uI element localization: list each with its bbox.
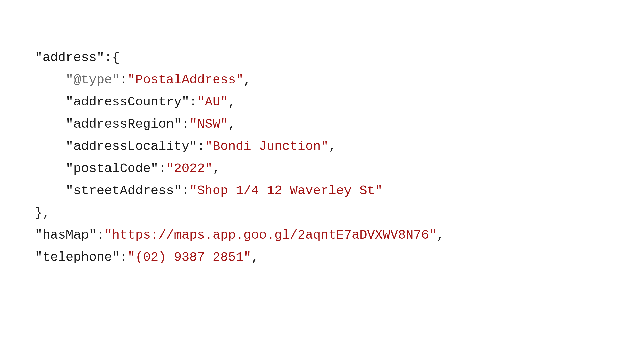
punc-comma: , — [243, 72, 251, 87]
punc-colon: : — [97, 228, 104, 242]
json-value-mapurl: "https://maps.app.goo.gl/2aqntE7aDVXWV8N… — [104, 228, 437, 242]
punc-colon: : — [182, 183, 189, 198]
json-value-au: "AU" — [197, 95, 228, 109]
code-line-2: "@type":"PostalAddress", — [35, 72, 251, 87]
code-line-6: "postalCode":"2022", — [35, 161, 220, 176]
json-value-postaladdress: "PostalAddress" — [128, 72, 243, 87]
json-key-attype: "@type" — [66, 72, 120, 87]
code-line-1: "address":{ — [35, 50, 120, 65]
json-key-addresscountry: "addressCountry" — [66, 95, 189, 109]
json-key-addressregion: "addressRegion" — [66, 117, 182, 132]
code-line-3: "addressCountry":"AU", — [35, 95, 236, 109]
json-key-streetaddress: "streetAddress" — [66, 183, 182, 198]
code-line-4: "addressRegion":"NSW", — [35, 117, 236, 132]
json-key-postalcode: "postalCode" — [66, 161, 158, 176]
json-value-street: "Shop 1/4 12 Waverley St" — [189, 183, 383, 198]
code-line-9: "hasMap":"https://maps.app.goo.gl/2aqntE… — [35, 228, 444, 242]
punc-comma: , — [213, 161, 220, 176]
code-line-8: }, — [35, 206, 50, 220]
punc-comma: , — [228, 117, 236, 132]
punc-colon: : — [189, 95, 197, 109]
punc-comma: , — [437, 228, 444, 242]
punc-colon-brace: :{ — [104, 50, 120, 65]
punc-colon: : — [158, 161, 166, 176]
code-line-10: "telephone":"(02) 9387 2851", — [35, 250, 259, 265]
json-value-2022: "2022" — [166, 161, 213, 176]
code-line-7: "streetAddress":"Shop 1/4 12 Waverley St… — [35, 183, 383, 198]
punc-colon: : — [120, 72, 128, 87]
punc-colon: : — [182, 117, 189, 132]
punc-colon: : — [120, 250, 128, 265]
json-value-bondi: "Bondi Junction" — [205, 139, 328, 154]
punc-colon: : — [197, 139, 205, 154]
code-line-5: "addressLocality":"Bondi Junction", — [35, 139, 336, 154]
punc-comma: , — [328, 139, 336, 154]
punc-comma: , — [251, 250, 259, 265]
punc-comma: , — [228, 95, 236, 109]
punc-closebrace-comma: }, — [35, 206, 50, 220]
json-code-snippet: "address":{ "@type":"PostalAddress", "ad… — [0, 0, 644, 269]
json-value-telephone: "(02) 9387 2851" — [128, 250, 251, 265]
json-key-hasmap: "hasMap" — [35, 228, 97, 242]
json-key-telephone: "telephone" — [35, 250, 120, 265]
json-key-address: "address" — [35, 50, 104, 65]
json-value-nsw: "NSW" — [189, 117, 228, 132]
json-key-addresslocality: "addressLocality" — [66, 139, 197, 154]
